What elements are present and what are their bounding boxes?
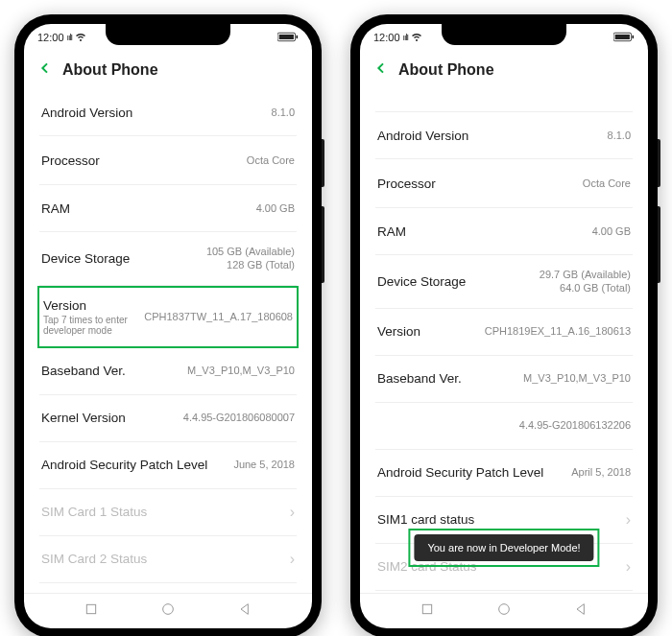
row-label: Version (43, 298, 144, 313)
storage-total: 128 GB (Total) (227, 258, 295, 271)
chevron-right-icon: › (626, 511, 631, 529)
row-value: CPH1819EX_11_A.16_180613 (485, 324, 631, 338)
row-kernel[interactable]: Kernel Version 4.4.95-G201806080007 (39, 395, 297, 442)
notch (442, 24, 566, 45)
status-time: 12:00 (37, 32, 64, 43)
row-value: CPH1837TW_11_A.17_180608 (144, 310, 293, 323)
row-value: 8.1.0 (608, 129, 631, 142)
row-android-version[interactable]: Android Version 8.1.0 (375, 112, 633, 159)
row-kernel[interactable]: 4.4.95-G201806132206 (375, 403, 633, 450)
row-label: Baseband Ver. (377, 371, 462, 386)
row-sim2: SIM Card 2 Status › (39, 536, 297, 583)
header: About Phone (360, 49, 648, 89)
row-label: Device Storage (377, 274, 466, 289)
page-title: About Phone (398, 61, 494, 79)
storage-available: 105 GB (Available) (206, 245, 295, 258)
row-value: 8.1.0 (272, 106, 295, 119)
row-baseband[interactable]: Baseband Ver. M_V3_P10,M_V3_P10 (375, 356, 633, 403)
nav-back-icon[interactable] (237, 601, 252, 621)
side-button (658, 206, 660, 283)
notch (106, 24, 230, 45)
row-device-storage[interactable]: Device Storage 105 GB (Available) 128 GB… (39, 232, 297, 286)
svg-rect-8 (422, 604, 431, 613)
screen-right: 12:00 ıılI About Phone ColorOS Version (360, 24, 648, 628)
back-icon[interactable] (37, 60, 53, 80)
row-label: Android Version (377, 129, 468, 143)
row-label: Android Security Patch Level (41, 458, 207, 472)
row-baseband[interactable]: Baseband Ver. M_V3_P10,M_V3_P10 (39, 348, 297, 395)
svg-point-4 (163, 604, 174, 615)
nav-recent-icon[interactable] (84, 601, 99, 621)
row-version[interactable]: Version CPH1819EX_11_A.16_180613 (375, 309, 633, 356)
row-label: Baseband Ver. (41, 364, 126, 378)
row-label: Device Storage (41, 251, 130, 266)
row-value: 4.00 GB (592, 224, 631, 238)
row-label: Kernel Version (41, 411, 126, 425)
content-left: Android Version 8.1.0 Processor Octa Cor… (24, 89, 312, 593)
row-ram[interactable]: RAM 4.00 GB (375, 208, 633, 255)
row-label: Android Security Patch Level (377, 465, 543, 480)
svg-rect-2 (296, 35, 298, 37)
nav-home-icon[interactable] (496, 601, 512, 621)
battery-icon (613, 32, 635, 44)
phone-left: 12:00 ıılI About Phone Android Version (14, 14, 322, 636)
side-button (322, 206, 324, 283)
nav-bar (24, 593, 312, 628)
row-security-patch[interactable]: Android Security Patch Level June 5, 201… (39, 442, 297, 489)
svg-rect-6 (615, 34, 630, 38)
svg-point-9 (499, 604, 510, 615)
row-value: M_V3_P10,M_V3_P10 (523, 371, 631, 385)
toast-highlight: You are now in Developer Mode! (408, 529, 599, 567)
storage-total: 64.0 GB (Total) (560, 281, 631, 294)
row-value: 4.4.95-G201806080007 (183, 411, 295, 424)
svg-rect-1 (279, 34, 294, 38)
chevron-right-icon: › (290, 504, 295, 521)
row-value: M_V3_P10,M_V3_P10 (187, 364, 295, 377)
storage-available: 29.7 GB (Available) (540, 268, 631, 281)
highlight-version: Version Tap 7 times to enter developer m… (37, 286, 299, 348)
row-value: 105 GB (Available) 128 GB (Total) (206, 245, 295, 272)
row-value: 4.4.95-G201806132206 (519, 418, 631, 432)
phone-right: 12:00 ıılI About Phone ColorOS Version (350, 14, 658, 636)
row-value: Octa Core (583, 177, 631, 190)
row-label: RAM (377, 224, 406, 239)
wifi-icon (75, 31, 86, 44)
status-time: 12:00 (373, 32, 400, 43)
row-processor[interactable]: Processor Octa Core (375, 159, 633, 208)
nav-home-icon[interactable] (160, 601, 176, 621)
nav-back-icon[interactable] (573, 601, 588, 621)
svg-rect-7 (632, 35, 634, 37)
row-ram[interactable]: RAM 4.00 GB (39, 185, 297, 232)
back-icon[interactable] (373, 60, 389, 80)
row-label: Processor (41, 153, 100, 168)
row-sim1: SIM Card 1 Status › (39, 489, 297, 536)
svg-rect-3 (86, 604, 95, 613)
nav-recent-icon[interactable] (420, 601, 435, 621)
row-security-patch[interactable]: Android Security Patch Level April 5, 20… (375, 450, 633, 497)
row-label: SIM1 card status (377, 512, 474, 527)
row-version[interactable]: Version Tap 7 times to enter developer m… (39, 288, 297, 346)
row-label: SIM Card 2 Status (41, 552, 147, 566)
screen-left: 12:00 ıılI About Phone Android Version (24, 24, 312, 628)
side-button (322, 139, 324, 187)
chevron-right-icon: › (290, 551, 295, 568)
row-processor[interactable]: Processor Octa Core (39, 136, 297, 185)
row-status[interactable]: Status › (39, 583, 297, 593)
toast-developer-mode: You are now in Developer Mode! (414, 534, 593, 561)
side-button (658, 139, 660, 187)
row-value: 4.00 GB (256, 201, 295, 215)
content-right: ColorOS Version Android Version 8.1.0 Pr… (360, 89, 648, 593)
battery-icon (277, 32, 299, 44)
row-label: Android Version (41, 106, 132, 120)
row-value: 29.7 GB (Available) 64.0 GB (Total) (540, 268, 631, 295)
row-android-version[interactable]: Android Version 8.1.0 (39, 89, 297, 136)
row-value: April 5, 2018 (571, 465, 631, 479)
row-label: Processor (377, 177, 436, 191)
row-device-storage[interactable]: Device Storage 29.7 GB (Available) 64.0 … (375, 255, 633, 309)
wifi-icon (411, 31, 422, 44)
signal-icon: ıılI (403, 33, 409, 42)
row-label: SIM Card 1 Status (41, 505, 147, 519)
row-partial-top[interactable]: ColorOS Version (375, 89, 633, 112)
row-value: Octa Core (247, 153, 295, 167)
row-subtext: Tap 7 times to enter developer mode (43, 315, 144, 336)
